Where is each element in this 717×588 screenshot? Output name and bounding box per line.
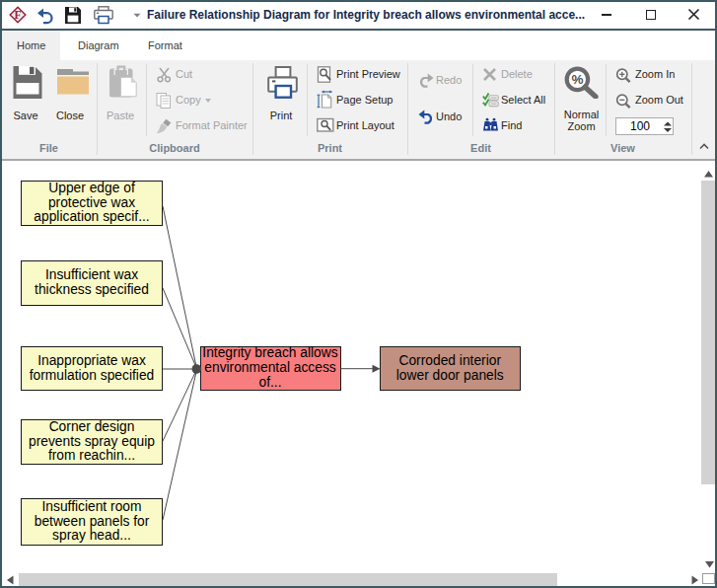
svg-text:F: F [14, 9, 21, 21]
svg-text:%: % [571, 72, 583, 87]
